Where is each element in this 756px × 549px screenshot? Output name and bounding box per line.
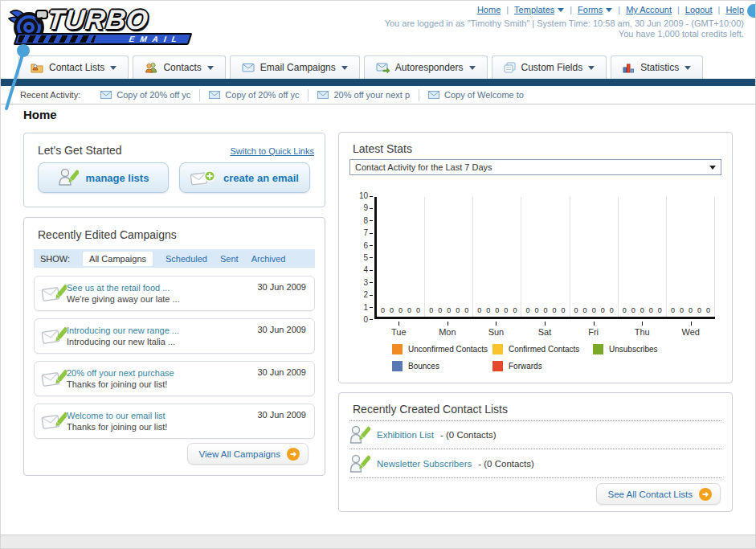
top-link-templates[interactable]: Templates: [514, 5, 564, 14]
envelope-icon: [242, 63, 255, 72]
tab-autoresponders[interactable]: Autoresponders: [364, 55, 488, 79]
contact-list-link[interactable]: Exhibition List: [377, 430, 434, 440]
get-started-title: Let's Get Started: [38, 144, 122, 157]
y-tick-label: 0: [350, 316, 373, 324]
contact-activity-chart: 109876543210 000000000000000000000000000…: [350, 197, 721, 338]
filter-archived[interactable]: Archived: [251, 254, 286, 264]
filter-sent[interactable]: Sent: [220, 254, 239, 264]
speed-stripes: [18, 35, 96, 43]
chart-group: 00000: [473, 197, 521, 317]
campaign-title-link[interactable]: Introducing our new range ...: [67, 325, 257, 336]
recent-activity-label: Recent Activity:: [20, 90, 80, 100]
chart-group: 00000: [377, 197, 425, 317]
value-label: 0: [553, 306, 557, 314]
top-link-forms[interactable]: Forms: [578, 5, 612, 14]
value-label: 0: [398, 306, 403, 314]
recent-activity-item[interactable]: 20% off your next p: [309, 89, 419, 101]
stats-report-select[interactable]: Contact Activity for the Last 7 Days: [349, 159, 721, 175]
manage-lists-button[interactable]: manage lists: [38, 162, 169, 193]
x-axis-label: Fri: [569, 322, 618, 337]
link-separator: |: [718, 5, 721, 14]
legend-item: Forwards: [492, 361, 593, 371]
contact-list-link[interactable]: Newsletter Subscribers: [377, 459, 472, 469]
tab-label: Contact Lists: [49, 62, 104, 73]
filter-all-campaigns[interactable]: All Campaigns: [83, 252, 153, 266]
get-started-panel: Let's Get Started Switch to Quick Links …: [23, 133, 325, 207]
value-label: 0: [562, 306, 566, 314]
top-link-home[interactable]: Home: [477, 5, 501, 14]
value-label: 0: [671, 306, 675, 314]
caret-down-icon: [341, 66, 348, 70]
value-label: 0: [447, 306, 451, 314]
x-axis-label: Sun: [472, 322, 521, 337]
tab-contacts[interactable]: Contacts: [133, 55, 225, 79]
main-nav: Contact Lists Contacts Email Campaigns: [18, 55, 703, 79]
manage-lists-label: manage lists: [86, 172, 149, 184]
brand-sub: EMAIL: [128, 35, 184, 43]
view-all-campaigns-button[interactable]: View All Campaigns: [187, 443, 309, 465]
envelope-pencil-icon: [41, 325, 67, 347]
recent-activity-item[interactable]: Copy of Welcome to: [419, 89, 533, 101]
campaign-card: See us at the retail food ... We're givi…: [34, 276, 315, 311]
campaign-subtitle: Thanks for joining our list!: [67, 421, 257, 432]
arrow-right-icon: [287, 448, 300, 461]
tab-email-campaigns[interactable]: Email Campaigns: [230, 55, 360, 79]
tab-contact-lists[interactable]: Contact Lists: [18, 55, 129, 79]
campaign-card: Welcome to our email list Thanks for joi…: [34, 404, 315, 439]
value-label: 0: [477, 306, 481, 314]
top-link-help[interactable]: Help: [725, 5, 744, 14]
envelope-pencil-icon: [41, 282, 67, 305]
top-link-logout[interactable]: Logout: [685, 5, 713, 14]
value-label: 0: [416, 306, 420, 314]
value-label: 0: [640, 306, 644, 314]
person-pencil-icon: [58, 167, 79, 188]
campaign-date: 30 Jun 2009: [257, 325, 306, 334]
see-all-contact-lists-button[interactable]: See All Contact Lists: [596, 483, 721, 505]
value-label: 0: [706, 306, 710, 314]
recent-activity-item[interactable]: Copy of 20% off yc: [200, 89, 309, 101]
switch-quick-links[interactable]: Switch to Quick Links: [230, 146, 314, 156]
chart-legend: Unconfirmed ContactsConfirmed ContactsUn…: [392, 344, 709, 371]
contact-list-count: - (0 Contacts): [440, 430, 497, 440]
tab-statistics[interactable]: Statistics: [611, 55, 703, 79]
value-label: 0: [689, 306, 693, 314]
caret-down-icon: [469, 66, 476, 70]
recent-activity-bar: Recent Activity: Copy of 20% off yc Copy…: [1, 86, 755, 104]
value-label: 0: [680, 306, 684, 314]
value-label: 0: [407, 306, 411, 314]
stats-selected-option: Contact Activity for the Last 7 Days: [355, 162, 492, 172]
link-separator: |: [618, 5, 620, 14]
x-axis-label: Sat: [521, 322, 570, 337]
folder-contacts-icon: [31, 62, 43, 73]
x-axis: TueMonSunSatFriThuWed: [374, 322, 715, 337]
filter-scheduled[interactable]: Scheduled: [166, 254, 207, 264]
value-label: 0: [543, 306, 547, 314]
value-label: 0: [574, 306, 578, 314]
pages-icon: [504, 62, 516, 73]
contact-lists-title: Recently Created Contact Lists: [353, 403, 508, 416]
legend-swatch: [492, 361, 503, 371]
tab-custom-fields[interactable]: Custom Fields: [492, 55, 607, 79]
chart-group: 00000: [521, 197, 570, 317]
view-all-campaigns-label: View All Campaigns: [199, 449, 280, 459]
campaign-title-link[interactable]: 20% off your next purchase: [67, 367, 257, 379]
campaign-title-link[interactable]: See us at the retail food ...: [67, 282, 257, 293]
y-tick-label: 5: [350, 254, 373, 262]
brand-bar: EMAIL: [14, 33, 193, 45]
value-label: 0: [504, 306, 508, 314]
create-email-button[interactable]: create an email: [179, 162, 310, 193]
legend-swatch: [392, 361, 403, 371]
legend-swatch: [593, 344, 603, 354]
caret-down-icon: [684, 66, 691, 70]
campaign-title-link[interactable]: Welcome to our email list: [67, 410, 257, 421]
recent-activity-item[interactable]: Copy of 20% off yc: [92, 89, 200, 101]
campaign-date: 30 Jun 2009: [257, 282, 306, 292]
value-label: 0: [649, 306, 653, 314]
top-link-my-account[interactable]: My Account: [626, 5, 672, 14]
contact-list-count: - (0 Contacts): [478, 459, 534, 469]
y-tick-label: 7: [350, 229, 373, 237]
activity-item-label: Copy of 20% off yc: [116, 90, 190, 100]
campaign-card: 20% off your next purchase Thanks for jo…: [34, 361, 315, 396]
value-label: 0: [429, 306, 433, 314]
latest-stats-title: Latest Stats: [353, 142, 412, 155]
